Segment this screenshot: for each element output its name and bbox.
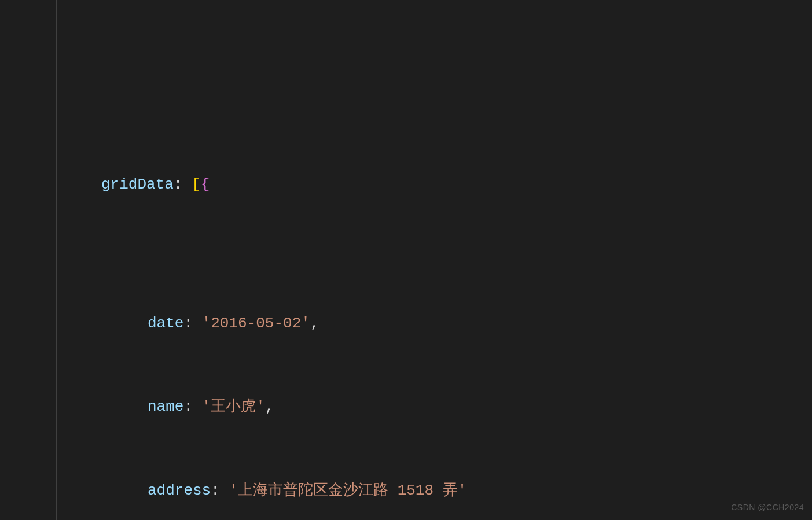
bracket-open-array: [ bbox=[192, 176, 201, 193]
code-line[interactable]: name: '王小虎', bbox=[58, 393, 812, 421]
code-line[interactable]: date: '2016-05-02', bbox=[58, 309, 812, 337]
code-line[interactable]: gridData: [{ bbox=[58, 171, 812, 198]
code-editor[interactable]: gridData: [{ date: '2016-05-02', name: '… bbox=[0, 0, 812, 520]
watermark-text: CSDN @CCH2024 bbox=[731, 500, 804, 515]
brace-open: { bbox=[201, 176, 210, 193]
indent-guide bbox=[106, 0, 106, 520]
indent-guide bbox=[152, 0, 152, 520]
code-line[interactable]: address: '上海市普陀区金沙江路 1518 弄' bbox=[58, 477, 812, 504]
property-key: gridData bbox=[101, 176, 174, 193]
